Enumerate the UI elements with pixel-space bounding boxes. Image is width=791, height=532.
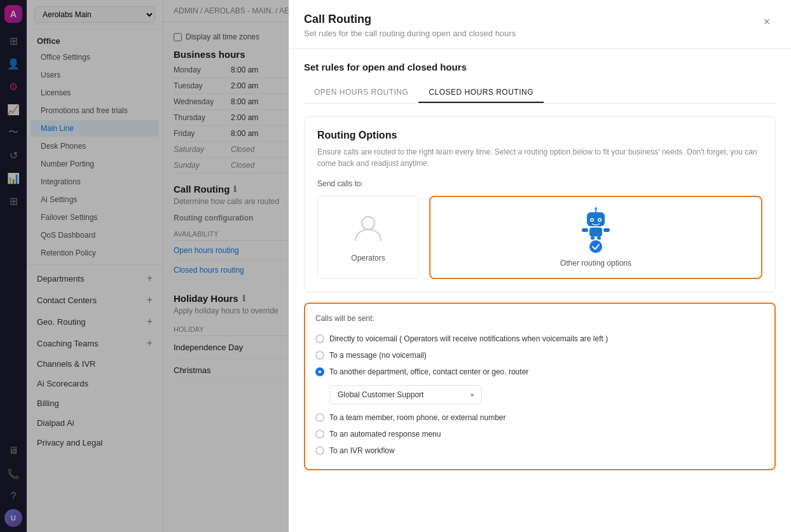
routing-options-title: Routing Options	[317, 130, 762, 141]
radio-department[interactable]: To another department, office, contact c…	[315, 364, 764, 380]
routing-options-desc: Ensure calls are routed to the right tea…	[317, 146, 762, 169]
svg-rect-3	[587, 212, 605, 226]
svg-rect-9	[582, 228, 588, 232]
sub-options-card: Calls will be sent: Directly to voicemai…	[304, 303, 776, 470]
svg-rect-10	[603, 228, 610, 232]
svg-point-13	[589, 240, 602, 253]
modal-close-button[interactable]: ×	[758, 13, 776, 31]
radio-message-dot[interactable]	[315, 351, 324, 360]
modal-section-title: Set rules for open and closed hours	[304, 62, 776, 72]
modal-body: Set rules for open and closed hours OPEN…	[289, 49, 791, 532]
choice-operators[interactable]: Operators	[317, 196, 419, 279]
radio-auto-response-dot[interactable]	[315, 430, 324, 439]
radio-team-member-dot[interactable]	[315, 413, 324, 422]
robot-icon-group	[579, 207, 612, 240]
modal-title: Call Routing	[304, 13, 516, 26]
radio-department-label: To another department, office, contact c…	[329, 367, 528, 376]
choice-other-routing[interactable]: Other routing options	[429, 196, 762, 279]
operators-label: Operators	[351, 254, 385, 263]
operators-person-icon	[353, 213, 383, 249]
svg-point-7	[599, 219, 601, 221]
modal-overlay[interactable]: Call Routing Set rules for the call rout…	[0, 0, 791, 532]
tab-open-hours[interactable]: OPEN HOURS ROUTING	[304, 83, 418, 103]
svg-point-2	[595, 207, 597, 210]
radio-ivr-dot[interactable]	[315, 446, 324, 455]
routing-choices: Operators	[317, 196, 762, 279]
department-dropdown-value: Global Customer Support	[338, 390, 423, 399]
calls-will-be-sent-label: Calls will be sent:	[315, 314, 764, 323]
radio-team-member-label: To a team member, room phone, or externa…	[329, 413, 506, 422]
radio-message[interactable]: To a message (no voicemail)	[315, 347, 764, 364]
svg-rect-8	[589, 228, 602, 236]
routing-tabs: OPEN HOURS ROUTING CLOSED HOURS ROUTING	[304, 83, 776, 104]
radio-message-label: To a message (no voicemail)	[329, 351, 427, 360]
radio-auto-response-label: To an automated response menu	[329, 430, 441, 439]
radio-auto-response[interactable]: To an automated response menu	[315, 426, 764, 442]
svg-point-6	[591, 219, 593, 221]
dropdown-chevron-icon: ▾	[471, 392, 474, 399]
send-calls-label: Send calls to:	[317, 179, 762, 188]
radio-voicemail-label: Directly to voicemail ( Operators will r…	[329, 334, 608, 343]
modal-header: Call Routing Set rules for the call rout…	[289, 0, 791, 49]
department-dropdown[interactable]: Global Customer Support ▾	[329, 385, 482, 404]
selected-checkmark-icon	[589, 240, 602, 253]
radio-team-member[interactable]: To a team member, room phone, or externa…	[315, 409, 764, 426]
svg-rect-12	[597, 236, 601, 240]
routing-options-card: Routing Options Ensure calls are routed …	[304, 116, 776, 292]
radio-department-dot[interactable]	[315, 367, 324, 376]
svg-point-0	[362, 217, 375, 229]
radio-ivr[interactable]: To an IVR workflow	[315, 442, 764, 459]
svg-rect-11	[591, 236, 595, 240]
modal-title-group: Call Routing Set rules for the call rout…	[304, 13, 516, 38]
other-routing-label: Other routing options	[560, 259, 631, 268]
radio-voicemail-dot[interactable]	[315, 334, 324, 343]
tab-closed-hours[interactable]: CLOSED HOURS ROUTING	[418, 83, 544, 103]
radio-ivr-label: To an IVR workflow	[329, 446, 395, 455]
modal: Call Routing Set rules for the call rout…	[289, 0, 791, 532]
modal-subtitle: Set rules for the call routing during op…	[304, 29, 516, 38]
radio-voicemail[interactable]: Directly to voicemail ( Operators will r…	[315, 331, 764, 347]
